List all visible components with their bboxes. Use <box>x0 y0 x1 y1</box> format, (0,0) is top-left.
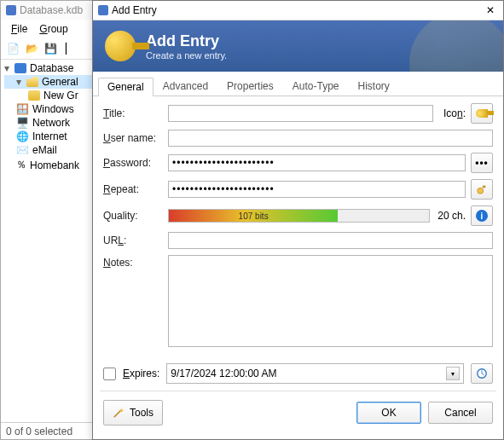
tree-item-label: Homebank <box>30 159 79 171</box>
quality-fill: 107 bits <box>169 210 338 222</box>
label-url: URL: <box>103 234 163 246</box>
banner-subtitle: Create a new entry. <box>146 50 227 61</box>
banner-key-bg-icon <box>409 20 503 72</box>
reveal-password-button[interactable]: ••• <box>471 153 493 173</box>
database-icon <box>14 63 26 73</box>
tab-autotype[interactable]: Auto-Type <box>283 77 349 96</box>
quality-info-button[interactable]: i <box>471 206 493 226</box>
close-button[interactable]: ✕ <box>483 4 498 16</box>
username-input[interactable] <box>168 130 493 147</box>
toolbar-divider: ▏ <box>61 40 78 57</box>
key-icon <box>476 109 488 118</box>
menu-file[interactable]: File <box>8 21 31 37</box>
generate-password-button[interactable] <box>471 179 493 200</box>
lock-icon <box>98 5 108 15</box>
tree-item-label: New Gr <box>43 90 78 101</box>
percent-icon: ％ <box>16 158 26 172</box>
label-username: User name: <box>103 132 163 144</box>
key-icon <box>105 31 136 61</box>
lock-icon <box>6 5 16 15</box>
new-document-icon[interactable]: 📄 <box>4 40 21 57</box>
label-expires: Expires: <box>123 368 159 379</box>
label-icon: Icon: <box>443 107 466 119</box>
save-icon[interactable]: 💾 <box>42 40 59 57</box>
tree-item-label: Network <box>32 117 70 129</box>
add-entry-dialog: Add Entry ✕ Add Entry Create a new entry… <box>92 0 504 440</box>
char-count: 20 ch. <box>435 210 466 222</box>
tree-root-label: Database <box>30 62 73 74</box>
quality-empty <box>338 210 429 222</box>
globe-icon: 🌐 <box>16 130 29 142</box>
wand-icon <box>113 407 125 419</box>
url-input[interactable] <box>168 232 493 249</box>
tree-general-label: General <box>42 76 78 88</box>
banner-title: Add Entry <box>146 32 227 50</box>
expires-row: Expires: 9/17/2024 12:00:00 AM ▾ <box>93 356 503 391</box>
caret-down-icon[interactable]: ▾ <box>4 62 11 74</box>
tree-item-label: eMail <box>32 144 57 156</box>
menu-group[interactable]: Group <box>36 21 71 37</box>
tab-general[interactable]: General <box>98 78 154 96</box>
network-icon: 🖥️ <box>16 117 29 129</box>
label-notes: Notes: <box>103 255 163 269</box>
expires-date-value: 9/17/2024 12:00:00 AM <box>171 368 276 379</box>
tab-properties[interactable]: Properties <box>217 77 283 96</box>
title-input[interactable] <box>168 105 433 122</box>
dialog-titlebar: Add Entry ✕ <box>93 1 503 20</box>
status-bar: 0 of 0 selected <box>1 422 95 439</box>
cancel-button-label: Cancel <box>444 407 476 419</box>
status-text: 0 of 0 selected <box>6 426 72 437</box>
expires-checkbox[interactable] <box>103 368 116 380</box>
tools-button-label: Tools <box>130 407 154 419</box>
folder-open-icon <box>26 77 38 87</box>
repeat-input[interactable]: ••••••••••••••••••••••• <box>168 181 466 198</box>
svg-point-0 <box>478 188 484 194</box>
notes-input[interactable] <box>168 255 493 347</box>
info-icon: i <box>476 210 488 222</box>
tab-strip: General Advanced Properties Auto-Type Hi… <box>93 72 503 96</box>
ok-button-label: OK <box>381 407 396 419</box>
email-icon: ✉️ <box>16 144 29 156</box>
form-general: Title: Icon: User name: Password: ••••••… <box>93 96 503 356</box>
folder-icon <box>28 90 40 101</box>
svg-rect-1 <box>483 186 486 188</box>
main-window-title: Database.kdb <box>20 4 83 16</box>
dialog-title: Add Entry <box>112 4 483 16</box>
dialog-banner: Add Entry Create a new entry. <box>93 20 503 72</box>
expiry-preset-button[interactable] <box>471 363 493 384</box>
quality-meter: 107 bits <box>168 209 430 223</box>
tree-item-label: Internet <box>32 130 67 142</box>
clock-icon <box>476 368 488 379</box>
windows-icon: 🪟 <box>16 103 29 115</box>
ok-button[interactable]: OK <box>356 402 421 424</box>
label-quality: Quality: <box>103 210 163 222</box>
tree-item-label: Windows <box>32 103 74 115</box>
label-title: Title: <box>103 107 163 119</box>
tools-button[interactable]: Tools <box>103 400 163 426</box>
label-repeat: Repeat: <box>103 183 163 195</box>
quality-text: 107 bits <box>239 211 269 221</box>
cancel-button[interactable]: Cancel <box>428 402 493 424</box>
password-input[interactable]: ••••••••••••••••••••••• <box>168 154 466 171</box>
tab-history[interactable]: History <box>348 77 398 96</box>
tab-advanced[interactable]: Advanced <box>154 77 217 96</box>
calendar-dropdown-icon[interactable]: ▾ <box>446 367 460 380</box>
label-password: Password: <box>103 157 163 169</box>
caret-down-icon[interactable]: ▾ <box>16 76 23 88</box>
key-generate-icon <box>476 183 488 195</box>
icon-picker-button[interactable] <box>471 103 493 124</box>
expires-date-input[interactable]: 9/17/2024 12:00:00 AM ▾ <box>166 363 464 384</box>
dialog-button-row: Tools OK Cancel <box>93 391 503 434</box>
open-folder-icon[interactable]: 📂 <box>23 40 40 57</box>
